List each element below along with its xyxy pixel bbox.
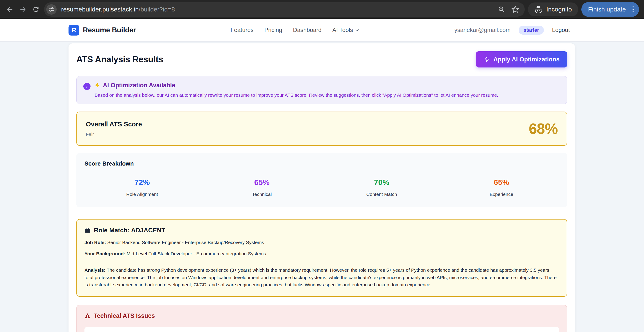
finish-update-button[interactable]: Finish update (581, 2, 639, 17)
url-text[interactable]: resumebuilder.pulsestack.in/builder?id=8 (61, 6, 493, 13)
reload-button[interactable] (31, 5, 41, 14)
chevron-down-icon (355, 28, 360, 33)
content-card: ATS Analysis Results Apply AI Optimizati… (68, 43, 575, 332)
nav-pricing[interactable]: Pricing (264, 27, 282, 34)
overall-score-card: Overall ATS Score Fair 68% (76, 112, 567, 146)
issue-item: Name formatting issue - 'YashSarjekar' a… (84, 327, 559, 332)
lightning-icon (484, 56, 490, 63)
incognito-icon (534, 5, 543, 14)
nav-features[interactable]: Features (230, 27, 254, 34)
ai-optimization-banner: i AI Optimization Available Based on the… (76, 76, 567, 104)
breakdown-item-content-match: 70% Content Match (322, 178, 442, 197)
address-bar[interactable]: resumebuilder.pulsestack.in/builder?id=8 (44, 2, 525, 17)
info-icon: i (83, 83, 90, 90)
overall-score-title: Overall ATS Score (86, 121, 142, 128)
zoom-icon[interactable] (498, 6, 506, 13)
reload-icon (32, 6, 40, 13)
incognito-label: Incognito (546, 6, 572, 13)
nav-ai-tools[interactable]: AI Tools (332, 27, 360, 34)
overall-score-value: 68% (529, 120, 558, 137)
back-arrow-icon (6, 6, 14, 13)
warning-icon (84, 313, 90, 319)
url-path: /builder?id=8 (139, 6, 175, 13)
incognito-badge: Incognito (528, 3, 578, 17)
bookmark-star-icon[interactable] (511, 6, 519, 14)
brand[interactable]: R Resume Builder (68, 25, 136, 36)
background-line: Your Background: Mid-Level Full-Stack De… (84, 251, 559, 256)
tune-icon (48, 7, 54, 12)
analysis-text: Analysis: The candidate has strong Pytho… (84, 267, 559, 289)
brand-logo: R (68, 25, 79, 36)
page-title: ATS Analysis Results (76, 54, 163, 64)
forward-button[interactable] (18, 5, 28, 14)
issues-title: Technical ATS Issues (94, 312, 155, 319)
apply-ai-optimizations-button[interactable]: Apply AI Optimizations (476, 51, 567, 68)
job-role-line: Job Role: Senior Backend Software Engine… (84, 240, 559, 245)
technical-issues-card: Technical ATS Issues Name formatting iss… (76, 305, 567, 332)
bolt-icon (94, 83, 100, 88)
plan-badge: starter (519, 26, 544, 35)
nav-dashboard[interactable]: Dashboard (293, 27, 322, 34)
brand-name: Resume Builder (83, 26, 136, 34)
browser-toolbar: resumebuilder.pulsestack.in/builder?id=8… (0, 0, 644, 19)
user-email: ysarjekar@gmail.com (454, 27, 510, 34)
browser-menu-icon[interactable] (631, 5, 635, 14)
role-match-card: Role Match: ADJACENT Job Role: Senior Ba… (76, 219, 567, 297)
banner-body: Based on the analysis below, our AI can … (94, 92, 498, 98)
finish-update-label: Finish update (588, 6, 626, 13)
breakdown-item-role-alignment: 72% Role Alignment (82, 178, 202, 197)
site-settings-button[interactable] (46, 4, 56, 15)
briefcase-icon (84, 227, 91, 234)
breakdown-title: Score Breakdown (84, 160, 561, 167)
logout-link[interactable]: Logout (552, 27, 570, 34)
divider (84, 262, 559, 262)
overall-score-rating: Fair (86, 132, 142, 137)
score-breakdown-card: Score Breakdown 72% Role Alignment 65% T… (76, 153, 567, 207)
page-background: ATS Analysis Results Apply AI Optimizati… (0, 43, 644, 332)
forward-arrow-icon (19, 6, 27, 13)
role-match-title: Role Match: ADJACENT (94, 227, 165, 234)
banner-title: AI Optimization Available (103, 82, 175, 89)
breakdown-item-experience: 65% Experience (442, 178, 561, 197)
main-nav: Features Pricing Dashboard AI Tools (230, 27, 360, 34)
breakdown-item-technical: 65% Technical (202, 178, 322, 197)
url-domain: resumebuilder.pulsestack.in (61, 6, 139, 13)
back-button[interactable] (5, 5, 15, 14)
app-header: R Resume Builder Features Pricing Dashbo… (0, 19, 644, 42)
account-area: ysarjekar@gmail.com starter Logout (454, 26, 570, 35)
